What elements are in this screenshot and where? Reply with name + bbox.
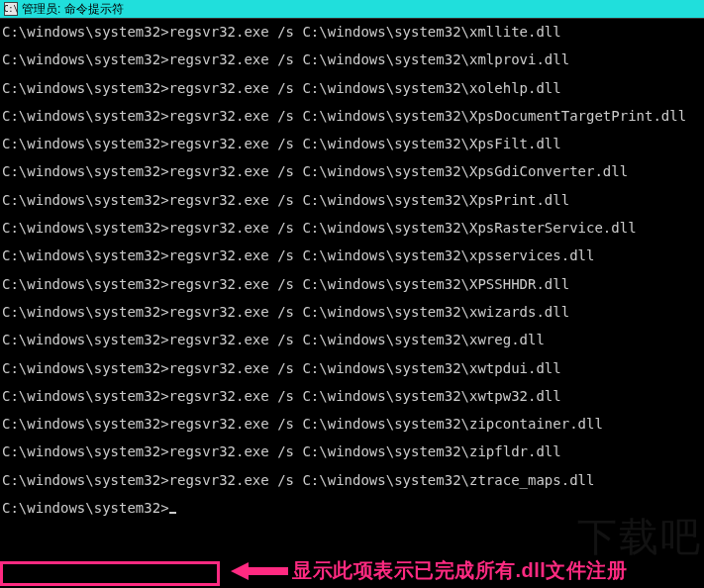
annotation-text: 显示此项表示已完成所有.dll文件注册 bbox=[292, 557, 627, 584]
terminal-line: C:\windows\system32>regsvr32.exe /s C:\w… bbox=[2, 164, 702, 192]
terminal-line: C:\windows\system32>regsvr32.exe /s C:\w… bbox=[2, 473, 702, 501]
watermark: 下载吧 bbox=[577, 510, 702, 564]
cmd-icon: C:\ bbox=[4, 2, 18, 16]
terminal-line: C:\windows\system32>regsvr32.exe /s C:\w… bbox=[2, 193, 702, 221]
annotation: 显示此项表示已完成所有.dll文件注册 bbox=[231, 557, 627, 584]
terminal-line: C:\windows\system32>regsvr32.exe /s C:\w… bbox=[2, 361, 702, 389]
terminal-line: C:\windows\system32>regsvr32.exe /s C:\w… bbox=[2, 389, 702, 417]
annotation-highlight-box bbox=[0, 561, 220, 586]
terminal-line: C:\windows\system32>regsvr32.exe /s C:\w… bbox=[2, 137, 702, 164]
terminal-line: C:\windows\system32>regsvr32.exe /s C:\w… bbox=[2, 221, 702, 248]
terminal-line: C:\windows\system32>regsvr32.exe /s C:\w… bbox=[2, 277, 702, 305]
cursor bbox=[169, 501, 176, 514]
terminal-line: C:\windows\system32>regsvr32.exe /s C:\w… bbox=[2, 25, 702, 52]
terminal-line: C:\windows\system32>regsvr32.exe /s C:\w… bbox=[2, 305, 702, 333]
terminal-output[interactable]: C:\windows\system32>regsvr32.exe /s C:\w… bbox=[0, 19, 704, 518]
arrow-left-icon bbox=[231, 562, 288, 580]
window-titlebar: C:\ 管理员: 命令提示符 bbox=[0, 0, 704, 19]
terminal-line: C:\windows\system32>regsvr32.exe /s C:\w… bbox=[2, 81, 702, 109]
terminal-line: C:\windows\system32>regsvr32.exe /s C:\w… bbox=[2, 417, 702, 444]
terminal-prompt[interactable]: C:\windows\system32> bbox=[2, 501, 702, 516]
terminal-line: C:\windows\system32>regsvr32.exe /s C:\w… bbox=[2, 52, 702, 80]
svg-marker-0 bbox=[231, 562, 288, 580]
terminal-line: C:\windows\system32>regsvr32.exe /s C:\w… bbox=[2, 333, 702, 360]
terminal-line: C:\windows\system32>regsvr32.exe /s C:\w… bbox=[2, 248, 702, 276]
terminal-line: C:\windows\system32>regsvr32.exe /s C:\w… bbox=[2, 109, 702, 137]
window-title: 管理员: 命令提示符 bbox=[22, 1, 124, 18]
terminal-line: C:\windows\system32>regsvr32.exe /s C:\w… bbox=[2, 444, 702, 472]
